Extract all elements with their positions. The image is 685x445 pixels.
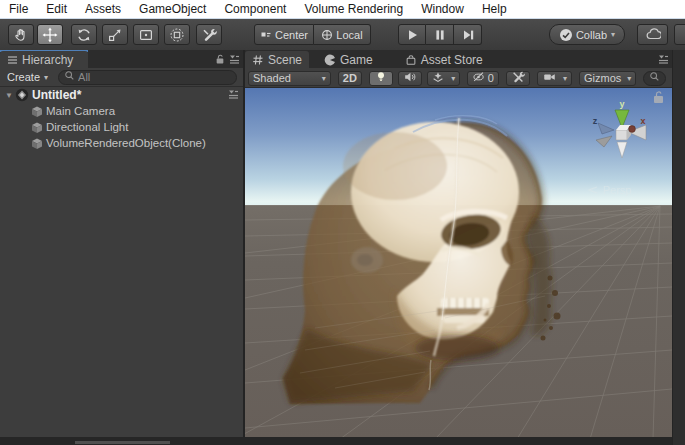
hierarchy-item-directional-light[interactable]: Directional Light — [0, 119, 243, 135]
disclosure-triangle-icon[interactable]: ▼ — [4, 91, 14, 100]
menu-edit[interactable]: Edit — [37, 0, 76, 18]
scale-icon — [107, 27, 123, 43]
local-globe-icon — [321, 29, 333, 41]
hand-icon — [13, 27, 29, 43]
rotate-icon — [76, 27, 92, 43]
collab-caret-icon: ▾ — [611, 30, 615, 39]
tab-scene[interactable]: Scene — [245, 51, 309, 68]
menu-bar: File Edit Assets GameObject Component Vo… — [0, 0, 685, 19]
hierarchy-item-main-camera[interactable]: Main Camera — [0, 103, 243, 119]
toggle-2d-button[interactable]: 2D — [338, 71, 362, 86]
search-icon — [649, 71, 660, 85]
eye-slash-icon — [472, 70, 486, 86]
pivot-mode-button[interactable]: Center — [254, 24, 314, 45]
hierarchy-tree: ▼ Untitled* Main Camera Directional Ligh… — [0, 87, 243, 151]
menu-volume-rendering[interactable]: Volume Rendering — [295, 0, 412, 18]
window-edge-strip — [672, 50, 685, 445]
scene-visibility-button[interactable]: 0 — [467, 71, 499, 86]
tab-game[interactable]: Game — [317, 51, 380, 68]
projection-label[interactable]: Persp — [603, 184, 632, 196]
pause-icon — [432, 27, 448, 43]
scene-search-field[interactable] — [643, 71, 666, 86]
scene-row-menu-icon[interactable] — [228, 88, 239, 103]
scene-tab-strip: Scene Game Asset Store — [245, 50, 672, 68]
hierarchy-item-volume-rendered-object[interactable]: VolumeRenderedObject(Clone) — [0, 135, 243, 151]
pause-button[interactable] — [426, 24, 454, 45]
account-button[interactable] — [674, 24, 685, 45]
hierarchy-create-bar: Create ▾ — [0, 68, 243, 87]
unlock-icon[interactable] — [215, 53, 225, 68]
gizmos-dropdown[interactable]: Gizmos ▾ — [579, 71, 636, 86]
play-button[interactable] — [398, 24, 426, 45]
tab-game-label: Game — [340, 53, 373, 67]
axis-x-label[interactable]: x — [640, 116, 645, 126]
scene-grid-icon — [252, 54, 264, 66]
effects-icon — [431, 70, 445, 86]
custom-tools-button[interactable] — [196, 24, 222, 45]
speaker-icon — [403, 70, 417, 86]
pane-menu-icon[interactable] — [229, 53, 240, 68]
lightbulb-icon — [374, 70, 388, 86]
gizmo-cube-front[interactable] — [616, 130, 627, 140]
scale-tool-button[interactable] — [102, 24, 128, 45]
hierarchy-search-field[interactable] — [58, 70, 237, 85]
create-button[interactable]: Create ▾ — [3, 70, 52, 84]
wrench-icon — [201, 27, 217, 43]
center-pivot-icon — [260, 29, 272, 41]
pivot-rotation-label: Local — [336, 29, 362, 41]
menu-help[interactable]: Help — [473, 0, 516, 18]
pivot-rotation-button[interactable]: Local — [314, 24, 371, 45]
draw-mode-label: Shaded — [253, 72, 291, 84]
draw-mode-dropdown[interactable]: Shaded ▾ — [248, 71, 331, 86]
move-icon — [42, 27, 58, 43]
tab-asset-store[interactable]: Asset Store — [398, 51, 490, 68]
main-toolbar: Center Local Collab ▾ — [0, 19, 685, 51]
scene-panel: Scene Game Asset Store Shaded ▾ 2D — [245, 50, 672, 445]
step-button[interactable] — [454, 24, 482, 45]
scene-effects-dropdown[interactable]: ▾ — [427, 71, 460, 86]
pivot-mode-label: Center — [275, 29, 308, 41]
create-button-label: Create — [7, 71, 40, 83]
gizmos-label: Gizmos — [584, 72, 621, 84]
tab-hierarchy[interactable]: Hierarchy — [0, 51, 88, 68]
chevron-down-icon: ▾ — [451, 74, 455, 83]
unity-editor-window: File Edit Assets GameObject Component Vo… — [0, 0, 685, 445]
menu-file[interactable]: File — [0, 0, 37, 18]
component-tools-button[interactable] — [506, 71, 530, 86]
tab-asset-store-label: Asset Store — [421, 53, 483, 67]
chevron-down-icon: ▾ — [627, 74, 631, 83]
chin-shadow — [415, 335, 499, 361]
bottom-panel-grip[interactable] — [75, 441, 170, 444]
collab-button[interactable]: Collab ▾ — [549, 24, 625, 45]
scene-viewport[interactable]: y x z Persp — [245, 88, 672, 439]
scene-camera-dropdown[interactable]: ▾ — [537, 71, 572, 86]
axis-x-cone[interactable] — [629, 126, 636, 133]
menu-gameobject[interactable]: GameObject — [130, 0, 215, 18]
menu-window[interactable]: Window — [412, 0, 473, 18]
create-caret-icon: ▾ — [44, 73, 48, 82]
camera-icon — [542, 70, 557, 86]
cloud-services-button[interactable] — [637, 24, 668, 45]
scene-row-untitled[interactable]: ▼ Untitled* — [0, 87, 243, 103]
axis-z-label[interactable]: z — [593, 116, 598, 126]
scene-audio-button[interactable] — [398, 71, 422, 86]
tab-hierarchy-label: Hierarchy — [22, 53, 73, 67]
menu-component[interactable]: Component — [215, 0, 295, 18]
rotate-tool-button[interactable] — [71, 24, 97, 45]
search-input[interactable] — [78, 71, 231, 83]
pan-tool-button[interactable] — [8, 24, 34, 45]
collab-label: Collab — [576, 29, 607, 41]
scene-name-label: Untitled* — [32, 88, 81, 102]
pane-menu-icon[interactable] — [658, 53, 669, 68]
item-label: VolumeRenderedObject(Clone) — [46, 137, 206, 149]
transform-tool-button[interactable] — [164, 24, 190, 45]
hierarchy-panel: Hierarchy Create ▾ ▼ Untitled* — [0, 50, 243, 437]
menu-assets[interactable]: Assets — [76, 0, 130, 18]
gameobject-cube-icon — [31, 137, 43, 150]
hierarchy-tab-strip: Hierarchy — [0, 50, 243, 68]
move-tool-button[interactable] — [37, 24, 63, 45]
item-label: Main Camera — [46, 105, 115, 117]
rect-tool-button[interactable] — [133, 24, 159, 45]
scene-lighting-button[interactable] — [369, 71, 393, 86]
axis-y-label[interactable]: y — [619, 99, 624, 109]
